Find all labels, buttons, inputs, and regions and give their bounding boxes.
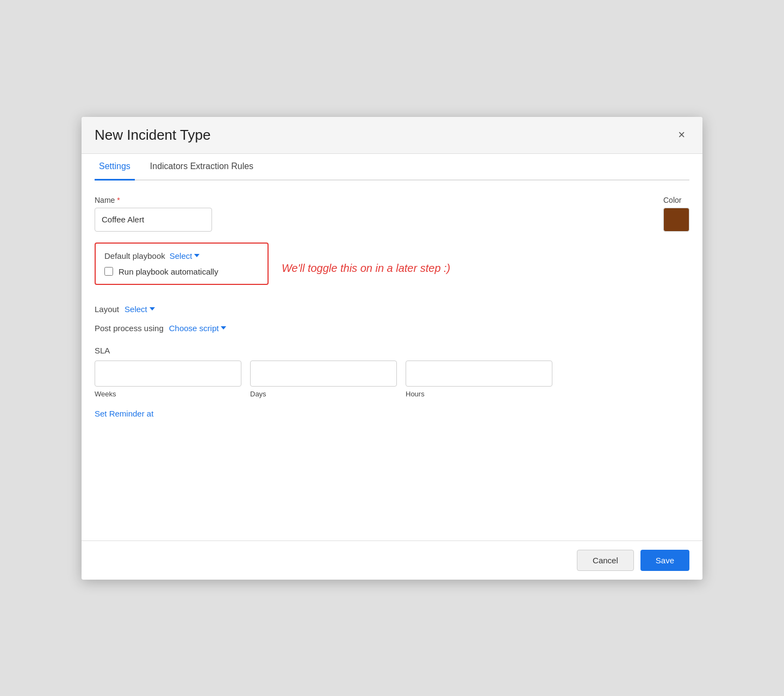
layout-label: Layout (95, 304, 119, 314)
color-label: Color (663, 196, 681, 204)
cancel-button[interactable]: Cancel (577, 550, 634, 571)
tab-settings[interactable]: Settings (95, 154, 135, 181)
layout-row: Layout Select (95, 304, 689, 314)
tab-indicators[interactable]: Indicators Extraction Rules (146, 154, 258, 181)
run-playbook-checkbox[interactable] (104, 267, 113, 276)
layout-select-dropdown[interactable]: Select (125, 304, 155, 314)
sla-days-field: Days (250, 361, 397, 398)
playbook-box: Default playbook Select Run playbook aut… (95, 243, 269, 285)
sla-weeks-label: Weeks (95, 390, 241, 398)
color-section: Color (663, 196, 689, 232)
reminder-section: Set Reminder at (95, 409, 689, 419)
dropdown-arrow-icon (194, 254, 200, 257)
color-swatch[interactable] (663, 208, 689, 232)
sla-section: SLA Weeks Days Hours (95, 346, 689, 398)
sla-hours-label: Hours (406, 390, 552, 398)
sla-hours-input[interactable] (406, 361, 552, 387)
close-button[interactable]: × (674, 127, 689, 143)
post-process-row: Post process using Choose script (95, 324, 689, 333)
sla-weeks-input[interactable] (95, 361, 241, 387)
name-label: Name * (95, 196, 650, 204)
modal-title: New Incident Type (95, 127, 210, 144)
spacer (95, 419, 689, 527)
sla-days-label: Days (250, 390, 397, 398)
sla-days-input[interactable] (250, 361, 397, 387)
save-button[interactable]: Save (640, 550, 689, 571)
annotation-text: We'll toggle this on in a later step :) (282, 262, 450, 275)
default-playbook-label: Default playbook (104, 251, 165, 260)
run-playbook-label: Run playbook automatically (119, 267, 218, 276)
modal-header: New Incident Type × (82, 117, 702, 154)
post-process-label: Post process using (95, 324, 164, 333)
run-playbook-row: Run playbook automatically (104, 267, 259, 276)
new-incident-type-modal: New Incident Type × Settings Indicators … (82, 117, 702, 580)
name-section: Name * (95, 196, 650, 232)
sla-inputs: Weeks Days Hours (95, 361, 689, 398)
sla-weeks-field: Weeks (95, 361, 241, 398)
sla-hours-field: Hours (406, 361, 552, 398)
layout-dropdown-arrow-icon (150, 307, 155, 310)
playbook-select-dropdown[interactable]: Select (170, 251, 200, 260)
tab-bar: Settings Indicators Extraction Rules (95, 154, 689, 181)
modal-body: Settings Indicators Extraction Rules Nam… (82, 154, 702, 540)
sla-label: SLA (95, 346, 689, 355)
name-input[interactable] (95, 208, 212, 232)
set-reminder-link[interactable]: Set Reminder at (95, 409, 153, 418)
choose-script-dropdown[interactable]: Choose script (169, 324, 227, 333)
choose-script-arrow-icon (221, 326, 226, 330)
playbook-annotation-row: Default playbook Select Run playbook aut… (95, 243, 689, 295)
playbook-row: Default playbook Select (104, 251, 259, 260)
modal-footer: Cancel Save (82, 540, 702, 580)
